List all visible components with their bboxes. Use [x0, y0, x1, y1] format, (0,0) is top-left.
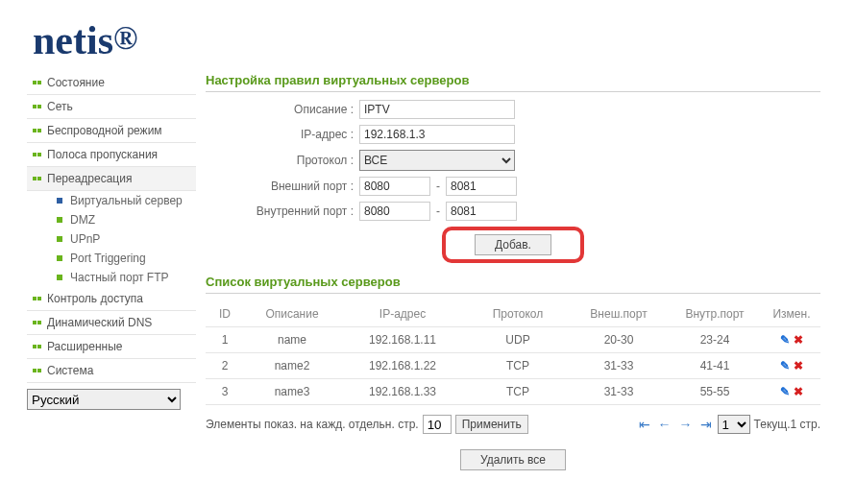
table-row: 2name2192.168.1.22TCP31-3341-41✎✖ — [206, 353, 820, 379]
content-area: Настройка правил виртуальных серверов Оп… — [196, 71, 830, 470]
form-section-title: Настройка правил виртуальных серверов — [206, 71, 820, 92]
nav-network[interactable]: Сеть — [27, 95, 196, 119]
square-icon — [56, 274, 63, 281]
sidebar: Состояние Сеть Беспроводной режим Полоса… — [27, 71, 196, 470]
subnav-virtual-server[interactable]: Виртуальный сервер — [50, 191, 196, 210]
nav-label: Расширенные — [47, 340, 123, 353]
th-ip: IP-адрес — [340, 307, 465, 321]
nav-label: Система — [47, 364, 93, 377]
bullet-icon — [33, 102, 42, 111]
subnav-label: Port Triggering — [70, 252, 146, 265]
cell-proto: TCP — [465, 385, 571, 398]
bullet-icon — [33, 126, 42, 135]
edit-icon[interactable]: ✎ — [780, 359, 790, 372]
square-icon — [56, 216, 63, 224]
bullet-icon — [33, 150, 42, 159]
highlight-callout: Добав. — [442, 227, 584, 263]
language-select[interactable]: Русский — [27, 389, 181, 410]
delete-icon[interactable]: ✖ — [794, 385, 803, 398]
table-row: 1name192.168.1.11UDP20-3023-24✎✖ — [206, 327, 820, 353]
th-eport: Внеш.порт — [571, 307, 667, 321]
nav-label: Переадресация — [47, 172, 132, 185]
port-separator: - — [430, 180, 446, 193]
table-row: 3name3192.168.1.33TCP31-3355-55✎✖ — [206, 379, 820, 405]
nav-label: Состояние — [47, 76, 105, 89]
cell-desc: name2 — [244, 359, 340, 372]
cell-proto: TCP — [465, 359, 571, 372]
cell-desc: name3 — [244, 385, 340, 398]
page-select[interactable]: 1 — [718, 415, 750, 434]
subnav-label: Виртуальный сервер — [70, 194, 183, 207]
bullet-icon — [33, 174, 42, 183]
nav-status[interactable]: Состояние — [27, 71, 196, 95]
pager: Элементы показ. на кажд. отдельн. стр. П… — [206, 405, 820, 434]
cell-desc: name — [244, 333, 340, 347]
subnav-label: DMZ — [70, 213, 95, 227]
input-ext-port-to[interactable] — [446, 177, 517, 196]
prev-page-icon[interactable]: ← — [656, 417, 673, 432]
subnav-private-ftp[interactable]: Частный порт FTP — [50, 268, 196, 287]
subnav-label: UPnP — [70, 232, 100, 246]
input-ip[interactable] — [359, 125, 515, 144]
nav-bandwidth[interactable]: Полоса пропускания — [27, 143, 196, 167]
bullet-icon — [33, 318, 42, 327]
port-separator: - — [430, 204, 446, 218]
th-iport: Внутр.порт — [667, 307, 763, 321]
cell-id: 3 — [206, 385, 244, 398]
brand-logo: netis® — [27, 13, 829, 71]
nav-label: Динамический DNS — [47, 316, 152, 329]
cell-id: 2 — [206, 359, 244, 372]
apply-button[interactable]: Применить — [455, 415, 528, 434]
subnav-upnp[interactable]: UPnP — [50, 229, 196, 249]
sub-nav-forwarding: Виртуальный сервер DMZ UPnP Port Trigger… — [27, 191, 196, 287]
nav-system[interactable]: Система — [27, 359, 196, 383]
nav-advanced[interactable]: Расширенные — [27, 335, 196, 359]
delete-all-button[interactable]: Удалить все — [460, 449, 566, 470]
language-selector-wrap: Русский — [27, 389, 196, 410]
input-int-port-from[interactable] — [359, 202, 430, 221]
page-status: Текущ.1 стр. — [754, 418, 820, 431]
nav-label: Сеть — [47, 100, 73, 113]
square-icon — [56, 254, 63, 262]
label-protocol: Протокол : — [206, 154, 359, 167]
cell-iport: 41-41 — [667, 359, 763, 372]
cell-eport: 31-33 — [571, 385, 667, 398]
cell-proto: UDP — [465, 333, 571, 347]
per-page-input[interactable] — [423, 415, 452, 434]
subnav-dmz[interactable]: DMZ — [50, 210, 196, 229]
th-id: ID — [206, 307, 244, 321]
nav-wireless[interactable]: Беспроводной режим — [27, 119, 196, 143]
nav-label: Контроль доступа — [47, 292, 143, 305]
label-ext-port: Внешний порт : — [206, 180, 359, 193]
delete-icon[interactable]: ✖ — [794, 359, 803, 372]
square-icon — [56, 235, 63, 243]
bullet-icon — [33, 294, 42, 303]
bullet-icon — [33, 342, 42, 351]
cell-id: 1 — [206, 333, 244, 347]
input-int-port-to[interactable] — [446, 202, 517, 221]
edit-icon[interactable]: ✎ — [780, 385, 790, 398]
delete-icon[interactable]: ✖ — [794, 333, 803, 347]
edit-icon[interactable]: ✎ — [780, 333, 790, 347]
nav-ddns[interactable]: Динамический DNS — [27, 311, 196, 335]
cell-iport: 23-24 — [667, 333, 763, 347]
per-page-label: Элементы показ. на кажд. отдельн. стр. — [206, 418, 419, 431]
th-act: Измен. — [763, 307, 820, 321]
cell-eport: 20-30 — [571, 333, 667, 347]
cell-ip: 192.168.1.11 — [340, 333, 465, 347]
select-protocol[interactable]: ВСЕ — [359, 150, 515, 171]
cell-iport: 55-55 — [667, 385, 763, 398]
add-button[interactable]: Добав. — [475, 234, 551, 255]
input-ext-port-from[interactable] — [359, 177, 430, 196]
nav-label: Полоса пропускания — [47, 148, 158, 161]
nav-access-control[interactable]: Контроль доступа — [27, 287, 196, 311]
nav-forwarding[interactable]: Переадресация — [27, 167, 196, 191]
nav-label: Беспроводной режим — [47, 124, 162, 137]
last-page-icon[interactable]: ⇥ — [698, 417, 714, 432]
next-page-icon[interactable]: → — [677, 417, 695, 432]
label-description: Описание : — [206, 103, 359, 116]
input-description[interactable] — [359, 100, 515, 119]
subnav-port-triggering[interactable]: Port Triggering — [50, 249, 196, 268]
th-proto: Протокол — [465, 307, 571, 321]
first-page-icon[interactable]: ⇤ — [637, 417, 652, 432]
